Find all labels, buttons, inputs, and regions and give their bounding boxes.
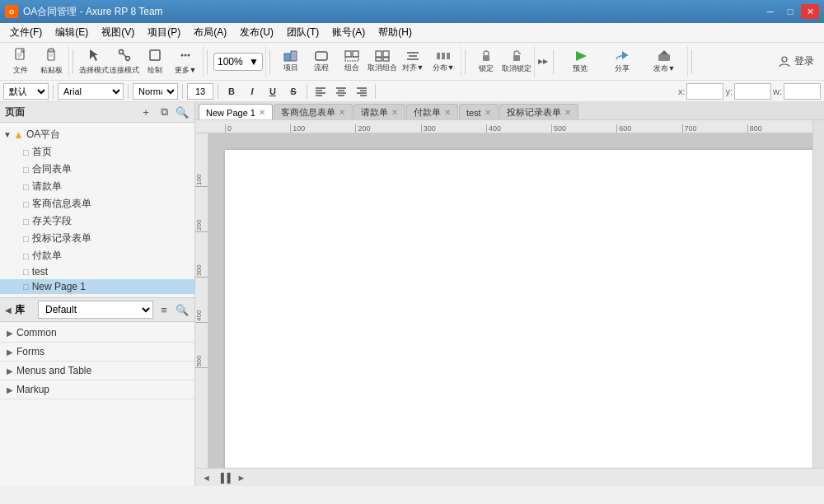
align-left-button[interactable] — [311, 83, 330, 100]
page-item-8[interactable]: □ New Page 1 — [0, 279, 194, 294]
lib-section-markup-header[interactable]: ▶ Markup — [0, 380, 194, 399]
font-size-input[interactable] — [187, 83, 213, 100]
pages-root-item[interactable]: ▼ ▲ OA平台 — [0, 126, 194, 143]
login-button[interactable]: 登录 — [771, 51, 821, 72]
tab-5[interactable]: 投标记录表单 ✕ — [499, 104, 578, 119]
menu-edit[interactable]: 编辑(E) — [49, 24, 95, 41]
align-center-button[interactable] — [332, 83, 350, 100]
ruler-tick-1: 100 — [290, 124, 355, 133]
toolbar-distribute-button[interactable]: 分布▼ — [428, 47, 458, 77]
ruler-tick-4: 400 — [486, 124, 551, 133]
right-scrollbar[interactable] — [812, 120, 824, 468]
style-select[interactable]: 默认 — [3, 83, 49, 100]
tab-0[interactable]: New Page 1 ✕ — [199, 104, 273, 119]
minimize-button[interactable]: ─ — [761, 4, 780, 19]
lock-label: 锁定 — [479, 63, 494, 74]
y-input[interactable] — [734, 83, 771, 100]
tab-1[interactable]: 客商信息表单 ✕ — [274, 104, 353, 119]
page-item-7[interactable]: □ test — [0, 264, 194, 279]
toolbar-share-button[interactable]: 分享 — [602, 47, 643, 77]
align-right-button[interactable] — [353, 83, 371, 100]
toolbar-select-button[interactable]: 选择模式 — [79, 47, 109, 77]
page-item-2[interactable]: □ 请款单 — [0, 178, 194, 195]
page-item-4[interactable]: □ 存关字段 — [0, 212, 194, 230]
w-input[interactable] — [784, 83, 821, 100]
tab-close-3[interactable]: ✕ — [444, 108, 451, 117]
toolbar-clipboard-button[interactable]: 粘贴板 — [36, 47, 66, 77]
toolbar-group-button[interactable]: 组合 — [337, 47, 367, 77]
file-icon — [13, 48, 28, 64]
page-item-5[interactable]: □ 投标记录表单 — [0, 230, 194, 247]
underline-button[interactable]: U — [264, 83, 282, 100]
page-item-6[interactable]: □ 付款单 — [0, 247, 194, 264]
page-item-0[interactable]: □ 首页 — [0, 143, 194, 161]
toolbar-file-group: 文件 粘贴板 — [3, 46, 69, 77]
menu-layout[interactable]: 布局(A) — [187, 24, 233, 41]
font-style-select[interactable]: Normal — [133, 83, 178, 100]
pages-add-button[interactable]: + — [138, 105, 153, 119]
library-dropdown[interactable]: Default — [38, 301, 153, 319]
toolbar-deploy-button[interactable]: 发布▼ — [644, 47, 685, 77]
tab-close-4[interactable]: ✕ — [485, 108, 491, 117]
pages-panel-title: 页面 — [5, 105, 25, 119]
maximize-button[interactable]: □ — [781, 4, 799, 19]
zoom-control[interactable]: 100% ▼ — [213, 53, 263, 71]
toolbar-more-button[interactable]: 更多▼ — [171, 47, 200, 77]
svg-point-15 — [181, 54, 184, 56]
scroll-left-button[interactable]: ◄ — [202, 473, 211, 483]
menu-publish[interactable]: 发布(U) — [233, 24, 280, 41]
tab-close-2[interactable]: ✕ — [391, 108, 398, 117]
x-input[interactable] — [686, 83, 723, 100]
lib-section-menus: ▶ Menus and Table — [0, 362, 194, 380]
toolbar-project-button[interactable]: 项目 — [276, 47, 306, 77]
status-bar: ◄ ▐▐ ► — [195, 468, 824, 486]
svg-rect-25 — [383, 51, 389, 57]
tab-4[interactable]: test ✕ — [459, 104, 499, 119]
canvas-viewport[interactable] — [208, 133, 812, 468]
toolbar-connect-button[interactable]: 连接模式 — [110, 47, 139, 77]
lib-section-forms-header[interactable]: ▶ Forms — [0, 343, 194, 361]
toolbar-lock-button[interactable]: 锁定 — [471, 47, 501, 77]
page-item-1[interactable]: □ 合同表单 — [0, 161, 194, 178]
toolbar-preview-button[interactable]: 预览 — [559, 47, 601, 77]
tab-3[interactable]: 付款单 ✕ — [406, 104, 458, 119]
menu-team[interactable]: 团队(T) — [280, 24, 325, 41]
pages-duplicate-button[interactable]: ⧉ — [157, 105, 171, 119]
toolbar-file-button[interactable]: 文件 — [6, 47, 35, 77]
lib-section-menus-header[interactable]: ▶ Menus and Table — [0, 362, 194, 380]
menu-view[interactable]: 视图(V) — [95, 24, 141, 41]
menus-expand-icon: ▶ — [7, 366, 13, 376]
toolbar-unlock-button[interactable]: 取消锁定 — [502, 47, 531, 77]
tab-close-1[interactable]: ✕ — [339, 108, 345, 117]
scroll-right-button[interactable]: ► — [236, 473, 246, 483]
page-icon-4: □ — [23, 217, 29, 226]
page-item-3[interactable]: □ 客商信息表单 — [0, 195, 194, 212]
font-family-select[interactable]: Arial — [58, 83, 124, 100]
window-title: OA合同管理 - Axure RP 8 Team — [23, 5, 163, 19]
pages-search-button[interactable]: 🔍 — [175, 105, 190, 119]
tab-2[interactable]: 请款单 ✕ — [353, 104, 405, 119]
italic-button[interactable]: I — [243, 83, 261, 100]
library-search-button[interactable]: 🔍 — [175, 302, 190, 317]
svg-rect-35 — [513, 55, 520, 61]
tab-close-0[interactable]: ✕ — [259, 108, 265, 117]
bold-button[interactable]: B — [222, 83, 241, 100]
page-tree: ▼ ▲ OA平台 □ 首页 □ 合同表单 □ 请款单 □ — [0, 123, 194, 297]
library-collapse-button[interactable]: ◀ — [5, 306, 12, 315]
tab-close-5[interactable]: ✕ — [564, 108, 571, 117]
tabs-bar: New Page 1 ✕ 客商信息表单 ✕ 请款单 ✕ 付款单 ✕ test ✕… — [195, 102, 824, 120]
group-label: 组合 — [344, 63, 359, 73]
strikethrough-button[interactable]: S — [284, 83, 302, 100]
toolbar-align-button[interactable]: 对齐▼ — [398, 47, 428, 77]
toolbar-flow-button[interactable]: 流程 — [307, 47, 336, 77]
menu-help[interactable]: 帮助(H) — [372, 24, 419, 41]
menu-project[interactable]: 项目(P) — [141, 24, 187, 41]
menu-account[interactable]: 账号(A) — [325, 24, 372, 41]
toolbar-draw-button[interactable]: 绘制 — [140, 47, 170, 77]
toolbar-overflow-button[interactable]: ▶▶ — [536, 47, 550, 77]
lib-section-common-header[interactable]: ▶ Common — [0, 324, 194, 342]
menu-file[interactable]: 文件(F) — [3, 24, 49, 41]
close-button[interactable]: ✕ — [801, 4, 819, 19]
library-menu-button[interactable]: ≡ — [157, 302, 171, 317]
toolbar-ungroup-button[interactable]: 取消组合 — [368, 47, 397, 77]
